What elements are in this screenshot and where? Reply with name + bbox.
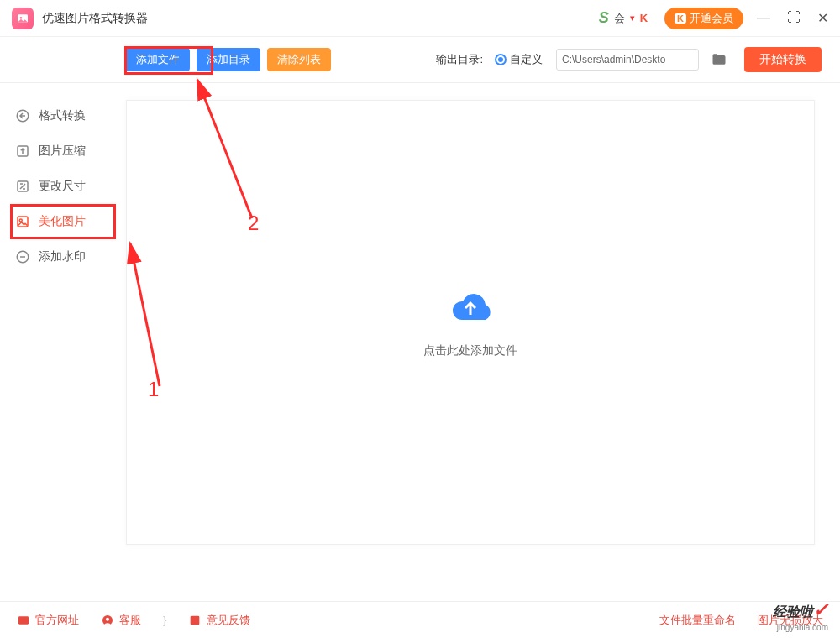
vip-badge-icon: K [640, 12, 648, 24]
compress-icon [15, 144, 30, 159]
sidebar: 格式转换 图片压缩 更改尺寸 美化图片 添加水印 [0, 83, 118, 601]
svg-point-10 [106, 617, 109, 620]
sidebar-item-label: 美化图片 [39, 214, 86, 229]
support-link[interactable]: 客服 [101, 613, 141, 628]
site-watermark: 经验啦✓ jingyanla.com [773, 601, 828, 633]
vip-k-icon: K [675, 13, 686, 24]
app-title: 优速图片格式转换器 [42, 11, 148, 26]
sidebar-item-label: 更改尺寸 [39, 179, 86, 194]
feedback-label: 意见反馈 [207, 613, 250, 628]
drop-zone[interactable]: 点击此处添加文件 [126, 100, 815, 545]
app-logo [12, 8, 34, 29]
output-custom-radio[interactable]: 自定义 [495, 52, 543, 67]
resize-icon [15, 179, 30, 194]
batch-rename-label: 文件批量重命名 [659, 613, 736, 628]
add-file-button[interactable]: 添加文件 [126, 48, 190, 71]
sidebar-item-label: 格式转换 [39, 108, 86, 123]
svg-point-1 [20, 17, 23, 19]
sidebar-item-beautify[interactable]: 美化图片 [0, 204, 118, 239]
titlebar: 优速图片格式转换器 S 会 ▾ K K 开通会员 — ⛶ ✕ [0, 0, 840, 37]
svg-point-6 [19, 219, 22, 222]
feedback-link[interactable]: 意见反馈 [188, 613, 250, 628]
drop-zone-hint: 点击此处添加文件 [423, 343, 517, 358]
cloud-upload-icon [444, 286, 497, 330]
sidebar-item-resize[interactable]: 更改尺寸 [0, 169, 118, 204]
svg-rect-8 [18, 616, 29, 624]
beautify-icon [15, 214, 30, 229]
minimize-button[interactable]: — [757, 10, 770, 26]
svg-rect-11 [191, 615, 200, 625]
sidebar-item-compress[interactable]: 图片压缩 [0, 133, 118, 169]
vip-label: 开通会员 [690, 11, 733, 26]
support-label: 客服 [119, 613, 141, 628]
official-site-link[interactable]: 官方网址 [17, 613, 79, 628]
output-dir-label: 输出目录: [436, 52, 483, 67]
batch-rename-link[interactable]: 文件批量重命名 [659, 613, 736, 628]
main-panel: 点击此处添加文件 [118, 83, 840, 601]
sidebar-item-label: 添加水印 [39, 249, 86, 264]
output-custom-label: 自定义 [510, 52, 543, 67]
user-account[interactable]: S 会 ▾ K [599, 9, 648, 27]
convert-icon [15, 108, 30, 123]
sidebar-item-label: 图片压缩 [39, 144, 86, 159]
footer: 官方网址 客服 } 意见反馈 文件批量重命名 图片无损放大 [0, 601, 840, 638]
close-button[interactable]: ✕ [817, 10, 828, 26]
chevron-down-icon: ▾ [630, 13, 635, 24]
toolbar: 添加文件 添加目录 清除列表 输出目录: 自定义 开始转换 [0, 37, 840, 83]
start-convert-button[interactable]: 开始转换 [744, 47, 822, 72]
add-folder-button[interactable]: 添加目录 [197, 48, 260, 71]
output-path-input[interactable] [556, 49, 699, 71]
maximize-button[interactable]: ⛶ [787, 10, 801, 26]
window-controls: — ⛶ ✕ [757, 10, 828, 26]
sidebar-item-watermark[interactable]: 添加水印 [0, 239, 118, 275]
radio-checked-icon [495, 54, 507, 65]
official-site-label: 官方网址 [35, 613, 79, 628]
browse-folder-button[interactable] [711, 50, 729, 69]
clear-list-button[interactable]: 清除列表 [267, 48, 331, 71]
watermark-icon [15, 249, 30, 264]
user-name: 会 [614, 11, 625, 26]
open-vip-button[interactable]: K 开通会员 [664, 8, 743, 29]
user-avatar-icon: S [599, 9, 609, 27]
sidebar-item-format-convert[interactable]: 格式转换 [0, 98, 118, 133]
